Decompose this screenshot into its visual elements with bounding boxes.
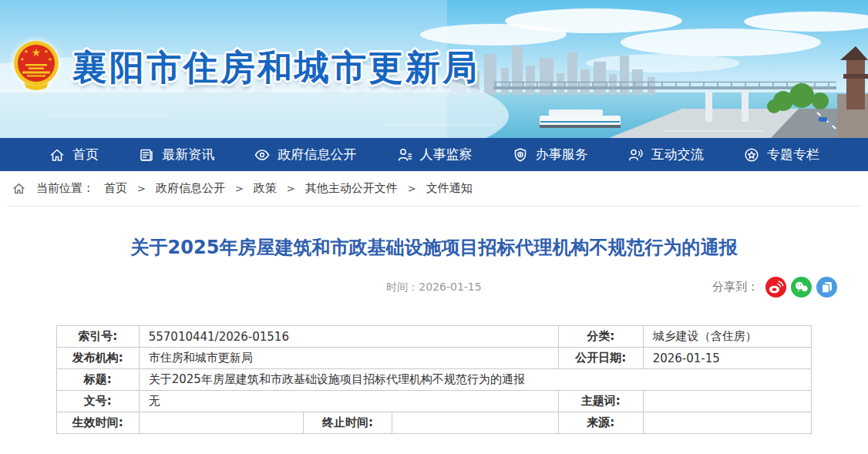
breadcrumb-item-gov-info[interactable]: 政府信息公开 bbox=[156, 181, 225, 196]
breadcrumb-item-notices[interactable]: 文件通知 bbox=[426, 181, 473, 196]
publish-date-value: 2026-01-15 bbox=[643, 348, 811, 369]
nav-label: 办事服务 bbox=[536, 146, 588, 163]
date-value: 2026-01-15 bbox=[419, 281, 481, 293]
nav-label: 最新资讯 bbox=[162, 146, 214, 163]
breadcrumb-location-label: 当前位置： bbox=[36, 181, 94, 196]
title-value: 关于2025年房屋建筑和市政基础设施项目招标代理机构不规范行为的通报 bbox=[139, 369, 811, 391]
end-date-label: 终止时间: bbox=[304, 412, 392, 434]
nav-item-interaction[interactable]: 互动交流 bbox=[627, 146, 704, 163]
document-info-table: 索引号: 557010441/2026-01516 分类: 城乡建设（含住房） … bbox=[56, 325, 812, 434]
nav-item-gov-info[interactable]: 政府信息公开 bbox=[254, 146, 356, 163]
title-label: 标题: bbox=[57, 369, 140, 391]
breadcrumb: 当前位置： 首页 > 政府信息公开 > 政策 > 其他主动公开文件 > 文件通知 bbox=[0, 171, 868, 206]
weibo-icon[interactable] bbox=[765, 277, 786, 298]
svg-text:★: ★ bbox=[48, 56, 52, 62]
breadcrumb-item-other-docs[interactable]: 其他主动公开文件 bbox=[305, 181, 398, 196]
effective-date-value bbox=[139, 412, 303, 434]
eye-icon bbox=[254, 146, 271, 163]
nav-label: 专题专栏 bbox=[767, 146, 819, 163]
breadcrumb-separator: > bbox=[137, 183, 146, 194]
article-title: 关于2025年房屋建筑和市政基础设施项目招标代理机构不规范行为的通报 bbox=[46, 236, 822, 259]
svg-text:★: ★ bbox=[44, 49, 49, 55]
breadcrumb-separator: > bbox=[235, 183, 244, 194]
table-row: 发布机构: 市住房和城市更新局 公开日期: 2026-01-15 bbox=[57, 348, 812, 369]
source-label: 来源: bbox=[559, 412, 644, 434]
keywords-value bbox=[643, 391, 811, 412]
badge-icon bbox=[512, 146, 529, 163]
source-value bbox=[643, 412, 811, 434]
nav-label: 首页 bbox=[72, 146, 99, 163]
keywords-label: 主题词: bbox=[559, 391, 644, 412]
breadcrumb-separator: > bbox=[408, 183, 416, 194]
nav-item-special-columns[interactable]: 专题专栏 bbox=[743, 146, 819, 163]
nav-label: 政府信息公开 bbox=[278, 146, 356, 163]
publisher-value: 市住房和城市更新局 bbox=[139, 348, 558, 369]
doc-number-value: 无 bbox=[139, 391, 558, 412]
main-navigation: 首页 最新资讯 政府信息公开 人事监察 办事服务 互动交流 bbox=[0, 138, 868, 171]
breadcrumb-home-icon bbox=[12, 181, 26, 196]
article-meta-row: 时间：2026-01-15 分享到： bbox=[0, 276, 868, 299]
breadcrumb-separator: > bbox=[287, 183, 295, 194]
nav-item-news[interactable]: 最新资讯 bbox=[138, 146, 214, 163]
svg-text:★: ★ bbox=[32, 46, 42, 59]
nav-item-home[interactable]: 首页 bbox=[49, 146, 99, 163]
publish-date-label: 公开日期: bbox=[559, 348, 644, 369]
effective-date-label: 生效时间: bbox=[57, 412, 140, 434]
site-banner: ★ ★ ★ ★ ★ 襄阳市住房和城市更新局 bbox=[0, 0, 868, 138]
home-icon bbox=[49, 146, 66, 163]
news-icon bbox=[138, 146, 155, 163]
nav-label: 互动交流 bbox=[651, 146, 704, 163]
nav-item-personnel[interactable]: 人事监察 bbox=[396, 146, 473, 163]
share-label: 分享到： bbox=[712, 280, 759, 294]
national-emblem-icon: ★ ★ ★ ★ ★ bbox=[12, 35, 60, 100]
breadcrumb-item-home[interactable]: 首页 bbox=[104, 181, 127, 196]
share-toolbar: 分享到： bbox=[712, 277, 837, 298]
publisher-label: 发布机构: bbox=[57, 348, 140, 369]
doc-number-label: 文号: bbox=[57, 391, 140, 412]
article-area: 关于2025年房屋建筑和市政基础设施项目招标代理机构不规范行为的通报 时间：20… bbox=[0, 207, 868, 434]
star-circle-icon bbox=[743, 146, 760, 163]
wechat-icon[interactable] bbox=[791, 277, 812, 298]
person-audit-icon bbox=[396, 146, 413, 163]
date-label: 时间： bbox=[386, 281, 419, 293]
svg-text:★: ★ bbox=[24, 49, 29, 55]
copy-pages-icon[interactable] bbox=[816, 277, 837, 298]
table-row: 生效时间: 终止时间: 来源: bbox=[57, 412, 812, 434]
chat-people-icon bbox=[627, 146, 644, 163]
index-label: 索引号: bbox=[57, 326, 140, 348]
end-date-value bbox=[392, 412, 558, 434]
table-row: 文号: 无 主题词: bbox=[57, 391, 812, 412]
nav-item-services[interactable]: 办事服务 bbox=[512, 146, 588, 163]
breadcrumb-item-policy[interactable]: 政策 bbox=[254, 181, 277, 196]
svg-text:★: ★ bbox=[20, 56, 25, 62]
category-value: 城乡建设（含住房） bbox=[643, 326, 811, 348]
category-label: 分类: bbox=[559, 326, 644, 348]
index-value: 557010441/2026-01516 bbox=[139, 326, 558, 348]
table-row: 标题: 关于2025年房屋建筑和市政基础设施项目招标代理机构不规范行为的通报 bbox=[57, 369, 812, 391]
site-title: 襄阳市住房和城市更新局 bbox=[72, 45, 479, 91]
nav-label: 人事监察 bbox=[420, 146, 473, 163]
table-row: 索引号: 557010441/2026-01516 分类: 城乡建设（含住房） bbox=[57, 326, 812, 348]
